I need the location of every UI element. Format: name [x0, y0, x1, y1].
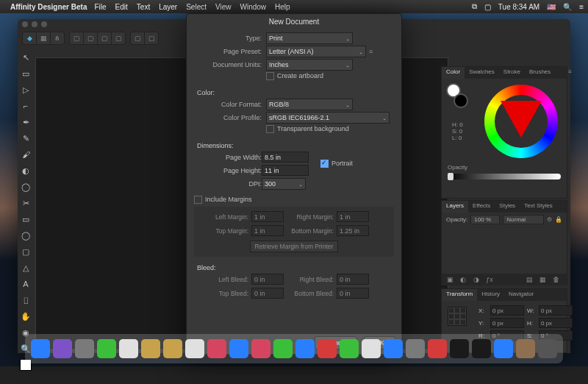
menu-file[interactable]: File — [94, 3, 106, 11]
dock-app-10[interactable] — [251, 339, 270, 358]
crop-tool-icon[interactable]: ✂ — [20, 197, 32, 209]
menubar-clock[interactable]: Tue 8:34 AM — [498, 3, 539, 11]
color-well-secondary[interactable] — [453, 93, 468, 108]
y-field[interactable] — [490, 318, 524, 328]
top-margin-field[interactable] — [251, 225, 284, 236]
layer-adjust-icon[interactable]: ◑ — [471, 275, 481, 284]
preset-options-icon[interactable]: ≡ — [369, 48, 373, 55]
shape-tool-icon[interactable]: ▭ — [20, 213, 32, 225]
menu-edit[interactable]: Edit — [115, 3, 128, 11]
color-format-select[interactable]: RGB/8 — [266, 99, 353, 110]
move-tool-icon[interactable]: ↖ — [20, 51, 32, 63]
page-preset-select[interactable]: Letter (ANSI A) — [266, 46, 366, 57]
text-tool-icon[interactable]: A — [20, 278, 32, 290]
anchor-grid[interactable] — [448, 307, 467, 326]
spotlight-icon[interactable]: 🔍 — [563, 3, 572, 11]
rounded-rect-tool-icon[interactable]: ▢ — [20, 246, 32, 257]
left-margin-field[interactable] — [251, 211, 284, 222]
dock-app-18[interactable] — [428, 339, 447, 358]
delete-layer-icon[interactable]: 🗑 — [551, 275, 561, 284]
document-units-select[interactable]: Inches — [266, 59, 353, 71]
window-minimize-button[interactable] — [32, 21, 37, 27]
include-margins-checkbox[interactable] — [194, 196, 202, 204]
h-field[interactable] — [539, 318, 573, 328]
toolbar-btn[interactable]: ▢ — [111, 32, 125, 44]
dock-app-13[interactable] — [318, 339, 337, 358]
color-profile-select[interactable]: sRGB IEC61966-2.1 — [266, 112, 390, 124]
pencil-tool-icon[interactable]: ✎ — [20, 132, 32, 144]
left-bleed-field[interactable] — [251, 274, 284, 285]
frame-text-tool-icon[interactable]: ⌷ — [20, 294, 32, 306]
dock-app-19[interactable] — [450, 339, 469, 358]
app-name[interactable]: Affinity Designer Beta — [10, 3, 87, 11]
layer-opacity-field[interactable]: 100 % — [470, 215, 500, 224]
blend-mode-select[interactable]: Normal — [503, 215, 544, 224]
menu-text[interactable]: Text — [137, 3, 150, 11]
toolbar-btn[interactable]: ▢ — [144, 32, 158, 44]
retrieve-margin-button[interactable]: Retrieve Margin from Printer — [250, 241, 339, 252]
triangle-tool-icon[interactable]: △ — [20, 262, 32, 274]
artboard-tool-icon[interactable]: ▭ — [20, 68, 32, 79]
persona-export-icon[interactable]: ⋔ — [50, 32, 64, 44]
type-select[interactable]: Print — [266, 32, 353, 44]
menu-window[interactable]: Window — [240, 3, 266, 11]
dock-app-1[interactable] — [53, 339, 72, 358]
panel-menu-icon[interactable]: ≡ — [564, 67, 576, 79]
fill-tool-icon[interactable]: ◐ — [20, 165, 32, 177]
tab-swatches[interactable]: Swatches — [465, 67, 499, 79]
dock-app-3[interactable] — [97, 339, 116, 358]
tab-navigator[interactable]: Navigator — [504, 289, 538, 301]
dock-app-5[interactable] — [141, 339, 160, 358]
tab-styles[interactable]: Styles — [495, 201, 520, 213]
toolbar-btn[interactable]: ▢ — [70, 32, 83, 44]
gear-icon[interactable]: ⚙ — [547, 216, 552, 223]
toolbar-btn[interactable]: ▢ — [83, 32, 97, 44]
dock-app-20[interactable] — [472, 339, 491, 358]
add-pixel-layer-icon[interactable]: ▦ — [537, 275, 548, 284]
airplay-icon[interactable]: ▢ — [484, 3, 491, 11]
add-layer-icon[interactable]: ▤ — [524, 275, 534, 284]
hand-tool-icon[interactable]: ✋ — [20, 310, 32, 322]
tab-effects[interactable]: Effects — [468, 201, 495, 213]
toolbar-btn[interactable]: ▢ — [131, 32, 144, 44]
dock-app-17[interactable] — [406, 339, 425, 358]
transparency-tool-icon[interactable]: ◯ — [20, 181, 32, 193]
layer-mask-icon[interactable]: ◐ — [458, 275, 468, 284]
bottom-bleed-field[interactable] — [337, 288, 369, 299]
tab-layers[interactable]: Layers — [442, 201, 468, 213]
window-zoom-button[interactable] — [41, 21, 47, 27]
menu-view[interactable]: View — [215, 3, 232, 11]
page-height-field[interactable] — [262, 165, 309, 176]
x-field[interactable] — [490, 305, 524, 316]
menubar-hamburger-icon[interactable]: ≡ — [579, 3, 584, 11]
right-bleed-field[interactable] — [337, 274, 369, 285]
dock-app-2[interactable] — [75, 339, 94, 358]
create-artboard-checkbox[interactable] — [266, 72, 274, 80]
tab-color[interactable]: Color — [442, 67, 465, 79]
lock-icon[interactable]: 🔒 — [555, 216, 562, 223]
right-margin-field[interactable] — [337, 211, 369, 222]
persona-pixel-icon[interactable]: ▦ — [36, 32, 50, 44]
tab-text-styles[interactable]: Text Styles — [520, 201, 557, 213]
window-close-button[interactable] — [22, 21, 28, 27]
dock-app-12[interactable] — [295, 339, 315, 358]
tab-stroke[interactable]: Stroke — [499, 67, 525, 79]
dock-app-0[interactable] — [31, 339, 50, 358]
brush-tool-icon[interactable]: 🖌 — [20, 149, 32, 160]
dock-app-15[interactable] — [362, 339, 381, 358]
pen-tool-icon[interactable]: ✒ — [20, 116, 32, 128]
dock-app-22[interactable] — [516, 339, 535, 358]
tab-brushes[interactable]: Brushes — [525, 67, 555, 79]
opacity-slider[interactable] — [448, 174, 561, 179]
dpi-select[interactable]: 300 — [262, 178, 306, 190]
dock-app-8[interactable] — [207, 339, 226, 358]
top-bleed-field[interactable] — [251, 288, 284, 299]
dock-app-11[interactable] — [273, 339, 293, 358]
dock-app-9[interactable] — [229, 339, 248, 358]
menu-select[interactable]: Select — [186, 3, 207, 11]
dock-app-23[interactable] — [538, 339, 557, 358]
persona-designer-icon[interactable]: ◆ — [23, 32, 36, 44]
screen-share-icon[interactable]: ⧉ — [472, 2, 477, 11]
tab-history[interactable]: History — [477, 289, 504, 301]
w-field[interactable] — [539, 305, 573, 316]
